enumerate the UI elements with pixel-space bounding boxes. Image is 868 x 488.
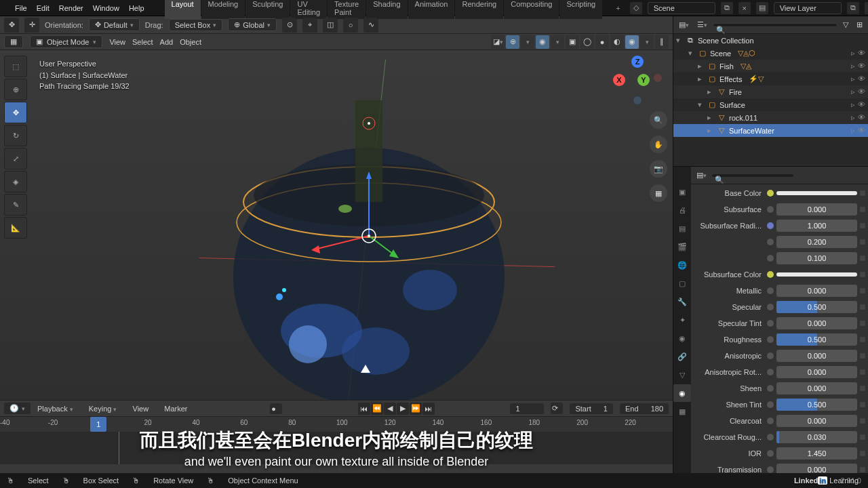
restrict-select-icon[interactable]: ▹ <box>851 62 855 70</box>
menu-render[interactable]: Render <box>59 4 83 12</box>
outliner-row[interactable]: ▸▢Fish▽◬▹👁 <box>673 60 868 73</box>
menu-help[interactable]: Help <box>129 4 144 12</box>
timeline-track[interactable] <box>0 432 673 464</box>
end-frame-input[interactable]: End 180 <box>620 403 669 414</box>
property-socket-icon[interactable] <box>767 271 774 278</box>
properties-type-icon[interactable]: ▤▾ <box>694 169 709 181</box>
orientation-dropdown[interactable]: ✥ Default ▾ <box>89 18 140 31</box>
outliner-row[interactable]: ▸▽SurfaceWater▹👁 <box>673 124 868 137</box>
play-reverse-icon[interactable]: ◀ <box>384 403 396 415</box>
timeline-menu-view[interactable]: View <box>133 405 149 413</box>
layer-add-icon[interactable]: ⧉ <box>847 2 859 14</box>
property-value-input[interactable]: 0.500 <box>776 333 857 346</box>
property-anim-icon[interactable] <box>860 434 865 440</box>
properties-search-input[interactable]: 🔍 <box>712 174 793 177</box>
hide-viewport-icon[interactable]: 👁 <box>858 62 865 70</box>
property-value-input[interactable]: 0.500 <box>776 301 857 313</box>
property-value-input[interactable] <box>776 272 857 277</box>
hide-viewport-icon[interactable]: 👁 <box>858 49 865 58</box>
playhead[interactable] <box>119 432 119 464</box>
menu-edit[interactable]: Edit <box>37 4 50 12</box>
property-socket-icon[interactable] <box>767 369 774 375</box>
snap-icon[interactable]: ⌖ <box>302 18 317 33</box>
move-tool-icon[interactable]: ✛ <box>24 18 39 33</box>
outliner-row-root[interactable]: ▾⧉Scene Collection <box>673 34 868 47</box>
jump-start-icon[interactable]: ⏮ <box>358 403 370 415</box>
property-value-input[interactable]: 0.000 <box>776 382 857 394</box>
rotate-tool[interactable]: ↻ <box>4 125 27 146</box>
tab-sculpting[interactable]: Sculpting <box>245 0 290 19</box>
tab-world-icon[interactable]: 🌐 <box>673 256 691 274</box>
outliner-search-input[interactable]: 🔍 <box>713 23 837 27</box>
current-frame-input[interactable]: 1 <box>510 403 544 414</box>
hide-viewport-icon[interactable]: 👁 <box>858 100 865 109</box>
property-socket-icon[interactable] <box>767 336 774 343</box>
mode-dropdown[interactable]: ▣ Object Mode ▾ <box>30 35 102 48</box>
scene-selector[interactable]: Scene <box>648 2 715 14</box>
tab-physics-icon[interactable]: ◉ <box>673 329 691 347</box>
shading-options-icon[interactable]: ▾ <box>640 35 654 49</box>
property-socket-icon[interactable] <box>767 450 774 457</box>
hide-viewport-icon[interactable]: 👁 <box>858 87 865 96</box>
axis-x-icon[interactable]: X <box>613 74 625 86</box>
shading-preview-icon[interactable]: ◐ <box>610 35 624 49</box>
editor-type-dropdown[interactable]: ▦ <box>4 35 23 48</box>
pivot-icon[interactable]: ⊙ <box>282 18 297 33</box>
property-anim-icon[interactable] <box>860 386 865 391</box>
scene-delete-icon[interactable]: × <box>738 2 751 14</box>
property-value-input[interactable]: 0.000 <box>776 415 857 427</box>
move-tool[interactable]: ✥ <box>4 102 27 123</box>
restrict-select-icon[interactable]: ▹ <box>851 75 855 83</box>
tab-animation[interactable]: Animation <box>408 0 455 19</box>
shading-wireframe-icon[interactable]: ◯ <box>580 35 594 49</box>
property-anim-icon[interactable] <box>860 467 865 472</box>
new-collection-icon[interactable]: ⊞ <box>854 19 865 30</box>
property-anim-icon[interactable] <box>860 321 865 326</box>
keyframe-next-icon[interactable]: ⏩ <box>410 403 422 415</box>
view-layer-selector[interactable]: View Layer <box>774 2 842 14</box>
property-socket-icon[interactable] <box>767 320 774 327</box>
property-anim-icon[interactable] <box>860 288 865 293</box>
property-socket-icon[interactable] <box>767 222 774 229</box>
property-socket-icon[interactable] <box>767 239 774 245</box>
property-anim-icon[interactable] <box>860 223 865 228</box>
restrict-select-icon[interactable]: ▹ <box>851 100 855 109</box>
gizmo-options-icon[interactable]: ▾ <box>521 35 534 49</box>
property-socket-icon[interactable] <box>767 255 774 262</box>
tab-shading[interactable]: Shading <box>366 0 407 19</box>
tab-rendering[interactable]: Rendering <box>455 0 503 19</box>
start-frame-input[interactable]: Start 1 <box>570 403 612 414</box>
cursor-tool-icon[interactable]: ✥ <box>4 18 19 33</box>
select-visible-icon[interactable]: ◪▾ <box>491 35 505 49</box>
property-socket-icon[interactable] <box>767 287 774 294</box>
property-anim-icon[interactable] <box>860 337 865 342</box>
tab-particle-icon[interactable]: ✦ <box>673 311 691 329</box>
property-anim-icon[interactable] <box>860 190 865 196</box>
tab-layout[interactable]: Layout <box>165 0 201 19</box>
keyframe-prev-icon[interactable]: ⏪ <box>371 403 383 415</box>
drag-dropdown[interactable]: Select Box ▾ <box>169 19 223 31</box>
snap-target-icon[interactable]: ◫ <box>323 18 338 33</box>
timeline-menu-playback[interactable]: Playback ▾ <box>37 405 73 413</box>
menu-window[interactable]: Window <box>93 4 119 12</box>
tab-scripting[interactable]: Scripting <box>559 0 602 19</box>
property-socket-icon[interactable] <box>767 401 774 408</box>
tab-modifier-icon[interactable]: 🔧 <box>673 293 691 310</box>
outliner-type-icon[interactable]: ▤▾ <box>676 19 692 30</box>
property-socket-icon[interactable] <box>767 434 774 441</box>
axis-neg-z-icon[interactable] <box>633 96 642 104</box>
property-value-input[interactable] <box>776 191 857 195</box>
timeline-menu-keying[interactable]: Keying ▾ <box>89 405 117 413</box>
menu-file[interactable]: File <box>15 4 27 12</box>
property-socket-icon[interactable] <box>767 190 774 197</box>
axis-z-icon[interactable]: Z <box>631 56 644 68</box>
display-mode-icon[interactable]: ☰▾ <box>694 19 710 30</box>
scene-browse-icon[interactable]: ◇ <box>630 2 642 14</box>
tab-scene-icon[interactable]: 🎬 <box>673 238 691 256</box>
property-anim-icon[interactable] <box>860 369 865 375</box>
filter-icon[interactable]: ▽ <box>840 19 851 30</box>
restrict-select-icon[interactable]: ▹ <box>851 126 855 135</box>
property-anim-icon[interactable] <box>860 353 865 359</box>
play-icon[interactable]: ▶ <box>397 403 409 415</box>
property-value-input[interactable]: 0.000 <box>776 464 857 473</box>
